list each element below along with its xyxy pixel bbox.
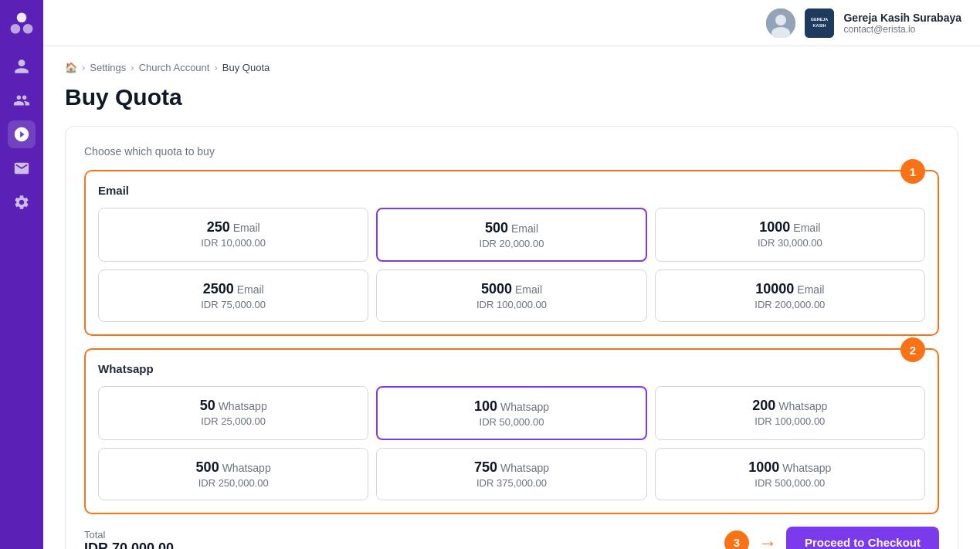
church-email: contact@erista.io — [843, 24, 961, 35]
people-nav-icon[interactable] — [8, 120, 36, 148]
svg-point-1 — [11, 24, 21, 34]
svg-text:GEREJA: GEREJA — [811, 17, 829, 22]
whatsapp-section: 2 Whatsapp 50Whatsapp IDR 25,000.00 100W… — [84, 348, 939, 514]
whatsapp-section-badge: 2 — [900, 337, 925, 362]
arrow-right-icon: → — [758, 532, 777, 550]
card-subtitle: Choose which quota to buy — [84, 145, 939, 158]
email-quota-500[interactable]: 500Email IDR 20,000.00 — [376, 208, 646, 262]
user-avatar — [766, 8, 795, 38]
svg-point-2 — [23, 24, 33, 34]
whatsapp-quota-100[interactable]: 100Whatsapp IDR 50,000.00 — [376, 386, 646, 440]
breadcrumb-church-account[interactable]: Church Account — [139, 62, 210, 73]
top-header: GEREJA KASIH Gereja Kasih Surabaya conta… — [43, 0, 980, 46]
breadcrumb-current: Buy Quota — [222, 62, 270, 73]
header-church-info: Gereja Kasih Surabaya contact@erista.io — [843, 12, 961, 35]
email-quota-1000[interactable]: 1000Email IDR 30,000.00 — [655, 208, 925, 262]
settings-nav-icon[interactable] — [8, 188, 36, 216]
total-amount: IDR 70,000.00 — [84, 541, 174, 550]
breadcrumb-home[interactable]: 🏠 — [65, 62, 77, 73]
total-label: Total — [84, 529, 174, 541]
sidebar — [0, 0, 43, 549]
mail-nav-icon[interactable] — [8, 154, 36, 182]
page-title: Buy Quota — [65, 84, 958, 110]
proceed-to-checkout-button[interactable]: Proceed to Checkout — [786, 527, 939, 549]
step3-badge: 3 — [724, 530, 749, 550]
church-logo: GEREJA KASIH — [805, 8, 834, 38]
email-quota-250[interactable]: 250Email IDR 10,000.00 — [98, 208, 368, 262]
group-nav-icon[interactable] — [8, 86, 36, 114]
page-content: 🏠 › Settings › Church Account › Buy Quot… — [43, 46, 980, 549]
whatsapp-quota-1000[interactable]: 1000Whatsapp IDR 500,000.00 — [655, 448, 925, 500]
email-quota-5000[interactable]: 5000Email IDR 100,000.00 — [376, 269, 646, 322]
svg-text:KASIH: KASIH — [813, 23, 826, 28]
svg-point-4 — [775, 15, 786, 25]
whatsapp-quota-200[interactable]: 200Whatsapp IDR 100,000.00 — [655, 386, 925, 440]
email-quota-grid: 250Email IDR 10,000.00 500Email IDR 20,0… — [98, 208, 925, 322]
whatsapp-quota-500[interactable]: 500Whatsapp IDR 250,000.00 — [98, 448, 368, 500]
quota-card: Choose which quota to buy 1 Email 250Ema… — [65, 126, 958, 549]
breadcrumb: 🏠 › Settings › Church Account › Buy Quot… — [65, 62, 958, 73]
svg-point-0 — [17, 13, 27, 23]
email-section-badge: 1 — [900, 159, 925, 184]
whatsapp-section-label: Whatsapp — [98, 362, 925, 375]
whatsapp-quota-50[interactable]: 50Whatsapp IDR 25,000.00 — [98, 386, 368, 440]
total-area: Total IDR 70,000.00 — [84, 529, 174, 550]
email-section: 1 Email 250Email IDR 10,000.00 500Email … — [84, 170, 939, 336]
app-logo[interactable] — [8, 9, 36, 37]
breadcrumb-settings[interactable]: Settings — [90, 62, 126, 73]
email-quota-10000[interactable]: 10000Email IDR 200,000.00 — [655, 269, 925, 322]
whatsapp-quota-750[interactable]: 750Whatsapp IDR 375,000.00 — [376, 448, 646, 500]
church-name: Gereja Kasih Surabaya — [843, 12, 961, 24]
main-area: GEREJA KASIH Gereja Kasih Surabaya conta… — [43, 0, 980, 549]
email-section-label: Email — [98, 184, 925, 197]
email-quota-2500[interactable]: 2500Email IDR 75,000.00 — [98, 269, 368, 322]
whatsapp-quota-grid: 50Whatsapp IDR 25,000.00 100Whatsapp IDR… — [98, 386, 925, 500]
checkout-area: 3 → Proceed to Checkout — [724, 527, 939, 549]
card-footer: Total IDR 70,000.00 3 → Proceed to Check… — [84, 527, 939, 549]
person-nav-icon[interactable] — [8, 53, 36, 80]
